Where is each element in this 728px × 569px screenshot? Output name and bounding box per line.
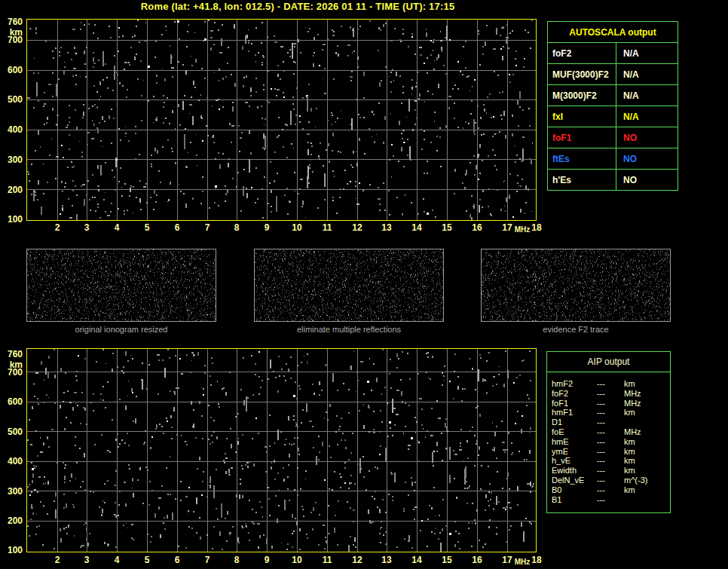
aip-param-value: --- — [597, 485, 605, 494]
y-tick-label-600: 600 — [0, 65, 23, 75]
aip-table-body: hmF2---kmfoF2---MHzfoF1---MHzhmF1---kmD1… — [547, 372, 670, 512]
ionogram-canvas-top — [27, 20, 536, 220]
aip-param-label: hmE — [552, 437, 569, 446]
x-tick-label-14: 14 — [407, 555, 427, 565]
aip-param-label: D1 — [552, 418, 562, 427]
x-tick-label-5: 5 — [137, 222, 157, 233]
aip-param-value: --- — [597, 399, 605, 408]
aip-param-value: --- — [597, 408, 605, 417]
x-tick-label-12: 12 — [347, 555, 367, 565]
autoscala-param-value: NO — [616, 127, 678, 148]
aip-param-label: DelN_vE — [552, 476, 584, 485]
y-tick-label-600: 600 — [0, 396, 23, 407]
aip-param-value: --- — [597, 447, 605, 456]
autoscala-param-value: N/A — [616, 64, 678, 85]
autoscala-screen: { "title": "Rome (lat: +41.8, lon: 012.5… — [0, 0, 728, 569]
aip-param-unit: km — [624, 456, 635, 465]
aip-param-unit: MHz — [624, 389, 641, 398]
panel-caption-eliminate: eliminate multiple reflections — [254, 325, 444, 334]
autoscala-row-5: ftEsNO — [548, 148, 678, 170]
x-axis-unit-label: MHz — [512, 225, 533, 234]
panel-caption-original: original ionogram resized — [26, 325, 216, 334]
x-tick-label-13: 13 — [377, 222, 396, 233]
x-tick-label-3: 3 — [77, 555, 96, 565]
y-tick-label-300: 300 — [0, 154, 23, 165]
x-tick-label-15: 15 — [437, 222, 457, 233]
y-axis-unit-label: km — [0, 359, 23, 370]
aip-param-unit: km — [624, 466, 635, 475]
autoscala-param-value: NO — [616, 170, 678, 191]
x-tick-label-6: 6 — [167, 555, 187, 565]
autoscala-param-label: MUF(3000)F2 — [548, 64, 616, 85]
aip-param-unit: km — [624, 485, 635, 494]
aip-row-0: hmF2---km — [547, 379, 670, 389]
aip-param-label: Ewidth — [552, 466, 577, 475]
x-tick-label-13: 13 — [377, 555, 396, 565]
aip-param-value: --- — [597, 437, 605, 446]
x-axis-unit-label: MHz — [512, 558, 533, 567]
aip-row-5: foE---MHz — [547, 427, 670, 437]
y-tick-label-760: 760 — [0, 17, 23, 27]
y-axis-unit-label: km — [0, 27, 23, 38]
autoscala-param-value: N/A — [616, 43, 678, 64]
aip-param-unit: km — [624, 379, 635, 388]
aip-param-unit: MHz — [624, 399, 641, 408]
aip-param-label: B0 — [552, 485, 561, 494]
y-tick-label-500: 500 — [0, 94, 23, 105]
aip-output-table: AIP output hmF2---kmfoF2---MHzfoF1---MHz… — [546, 351, 671, 513]
y-tick-label-400: 400 — [0, 124, 23, 135]
ionogram-plot-top — [26, 19, 537, 221]
panel-evidence-f2-trace-canvas — [482, 249, 670, 321]
panel-evidence-f2-trace — [481, 249, 671, 322]
aip-row-11: B0---km — [547, 485, 670, 495]
aip-param-unit: m^(-3) — [624, 476, 647, 485]
autoscala-row-6: h'EsNO — [548, 170, 678, 191]
x-tick-label-10: 10 — [287, 222, 307, 233]
autoscala-param-label: h'Es — [548, 170, 616, 191]
panel-eliminate-reflections-canvas — [255, 249, 443, 321]
x-tick-label-7: 7 — [197, 555, 217, 565]
page-title: Rome (lat: +41.8, lon: 012.5) - DATE: 20… — [26, 1, 569, 12]
x-tick-label-16: 16 — [467, 555, 487, 565]
aip-row-12: B1--- — [547, 495, 670, 505]
aip-param-unit: km — [624, 408, 635, 417]
autoscala-row-2: M(3000)F2N/A — [548, 85, 678, 106]
autoscala-row-0: foF2N/A — [548, 43, 678, 64]
autoscala-param-value: N/A — [616, 85, 678, 106]
x-tick-label-2: 2 — [47, 222, 67, 233]
x-tick-label-8: 8 — [227, 222, 246, 233]
aip-param-label: hmF2 — [552, 379, 573, 388]
x-tick-label-4: 4 — [107, 222, 127, 233]
panel-original-ionogram-canvas — [27, 249, 216, 321]
aip-row-3: hmF1---km — [547, 408, 670, 418]
x-tick-label-11: 11 — [317, 222, 337, 233]
x-tick-label-6: 6 — [167, 222, 187, 233]
autoscala-param-label: foF1 — [548, 127, 616, 148]
y-tick-label-100: 100 — [0, 545, 23, 555]
aip-param-value: --- — [597, 466, 605, 475]
x-tick-label-16: 16 — [467, 222, 487, 233]
aip-row-2: foF1---MHz — [547, 399, 670, 408]
aip-row-8: h_vE---km — [547, 456, 670, 466]
aip-param-label: h_vE — [552, 456, 570, 465]
y-tick-label-100: 100 — [0, 214, 23, 225]
x-tick-label-3: 3 — [77, 222, 96, 233]
ionogram-plot-bottom — [26, 348, 537, 552]
aip-param-value: --- — [597, 476, 605, 485]
x-tick-label-4: 4 — [107, 555, 127, 565]
x-tick-label-10: 10 — [287, 555, 307, 565]
autoscala-param-label: fxI — [548, 106, 616, 127]
aip-param-unit: MHz — [624, 427, 641, 436]
ionogram-canvas-bottom — [27, 349, 536, 552]
x-tick-label-14: 14 — [407, 222, 427, 233]
aip-row-10: DelN_vE---m^(-3) — [547, 476, 670, 485]
aip-param-unit: km — [624, 437, 635, 446]
aip-row-7: ymE---km — [547, 447, 670, 457]
aip-table-header: AIP output — [547, 352, 670, 372]
y-tick-label-300: 300 — [0, 486, 23, 497]
y-tick-label-200: 200 — [0, 515, 23, 526]
x-tick-label-5: 5 — [137, 555, 157, 565]
x-tick-label-9: 9 — [257, 555, 277, 565]
x-tick-label-12: 12 — [347, 222, 367, 233]
y-tick-label-200: 200 — [0, 185, 23, 195]
